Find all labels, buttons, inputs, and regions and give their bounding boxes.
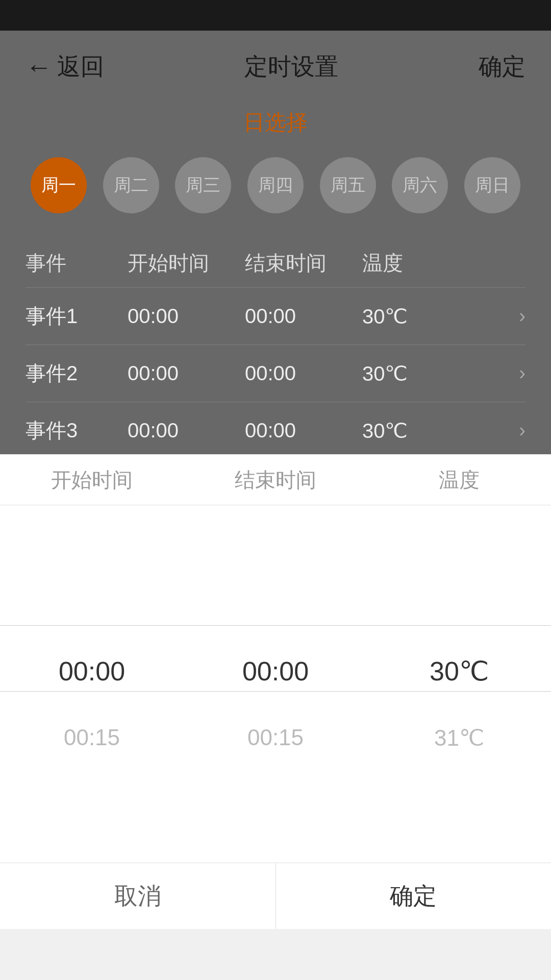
header: ← 返回 定时设置 确定 <box>0 31 551 98</box>
col-header-start: 开始时间 <box>128 249 245 277</box>
col-header-end: 结束时间 <box>245 249 362 277</box>
day-selection-title: 日选择 <box>26 108 525 137</box>
header-confirm-button[interactable]: 确定 <box>479 51 525 83</box>
picker-cancel-button[interactable]: 取消 <box>0 863 276 929</box>
picker-column-start[interactable]: 00:00 00:15 <box>0 505 184 812</box>
back-arrow-icon: ← <box>26 54 52 80</box>
picker-end-selected: 00:00 <box>184 638 367 704</box>
picker-column-temp[interactable]: 30℃ 31℃ <box>367 505 551 812</box>
picker-tabs: 开始时间 结束时间 温度 <box>0 454 551 505</box>
picker-ok-button[interactable]: 确定 <box>276 863 552 929</box>
picker-start-next: 00:15 <box>0 704 184 771</box>
day-monday[interactable]: 周一 <box>31 157 87 213</box>
main-overlay: ← 返回 定时设置 确定 日选择 周一 周二 周三 周四 周五 周六 <box>0 31 551 454</box>
col-header-temp: 温度 <box>362 249 525 277</box>
picker-end-prev <box>184 572 367 638</box>
picker-tab-end[interactable]: 结束时间 <box>184 454 367 505</box>
picker-start-selected: 00:00 <box>0 638 184 704</box>
page-title: 定时设置 <box>244 51 338 83</box>
event-2-end: 00:00 <box>245 362 362 385</box>
picker-actions: 取消 确定 <box>0 863 551 929</box>
event-2-start: 00:00 <box>128 362 245 385</box>
picker-scroll-area[interactable]: 00:00 00:15 00:00 00:15 30℃ 31℃ <box>0 505 551 812</box>
back-label: 返回 <box>57 51 104 83</box>
event-3-temp: 30℃ › <box>362 419 525 443</box>
event-3-end: 00:00 <box>245 419 362 442</box>
event-row-2[interactable]: 事件2 00:00 00:00 30℃ › <box>26 345 525 402</box>
back-button[interactable]: ← 返回 <box>26 51 104 83</box>
event-1-name: 事件1 <box>26 302 128 330</box>
day-friday[interactable]: 周五 <box>320 157 376 213</box>
day-saturday[interactable]: 周六 <box>392 157 448 213</box>
picker-end-next: 00:15 <box>184 704 367 771</box>
col-header-event: 事件 <box>26 249 128 277</box>
chevron-right-icon-3: › <box>519 420 525 442</box>
picker-tab-start[interactable]: 开始时间 <box>0 454 184 505</box>
chevron-right-icon-2: › <box>519 362 525 384</box>
events-table-header: 事件 开始时间 结束时间 温度 <box>26 239 525 287</box>
day-wednesday[interactable]: 周三 <box>175 157 231 213</box>
picker-tab-temp[interactable]: 温度 <box>367 454 551 505</box>
event-1-start: 00:00 <box>128 305 245 328</box>
picker-area: 开始时间 结束时间 温度 00:00 00:15 00:00 00:15 30℃ <box>0 454 551 929</box>
picker-columns: 00:00 00:15 00:00 00:15 30℃ 31℃ <box>0 505 551 812</box>
picker-start-prev <box>0 572 184 638</box>
event-1-temp: 30℃ › <box>362 305 525 328</box>
day-selection-section: 日选择 周一 周二 周三 周四 周五 周六 周日 <box>0 98 551 224</box>
status-bar <box>0 0 551 31</box>
day-sunday[interactable]: 周日 <box>464 157 520 213</box>
event-row-3[interactable]: 事件3 00:00 00:00 30℃ › <box>26 402 525 459</box>
picker-column-end[interactable]: 00:00 00:15 <box>184 505 367 812</box>
picker-temp-next: 31℃ <box>367 704 551 771</box>
events-table: 事件 开始时间 结束时间 温度 事件1 00:00 00:00 30℃ › 事件… <box>0 224 551 459</box>
event-3-start: 00:00 <box>128 419 245 442</box>
picker-temp-selected: 30℃ <box>367 638 551 704</box>
day-thursday[interactable]: 周四 <box>247 157 304 213</box>
event-row-1[interactable]: 事件1 00:00 00:00 30℃ › <box>26 287 525 345</box>
event-2-name: 事件2 <box>26 359 128 387</box>
day-tuesday[interactable]: 周二 <box>103 157 159 213</box>
event-1-end: 00:00 <box>245 305 362 328</box>
chevron-right-icon-1: › <box>519 305 525 327</box>
day-circles-container: 周一 周二 周三 周四 周五 周六 周日 <box>26 157 525 213</box>
picker-temp-prev <box>367 572 551 638</box>
event-2-temp: 30℃ › <box>362 362 525 385</box>
event-3-name: 事件3 <box>26 416 128 445</box>
